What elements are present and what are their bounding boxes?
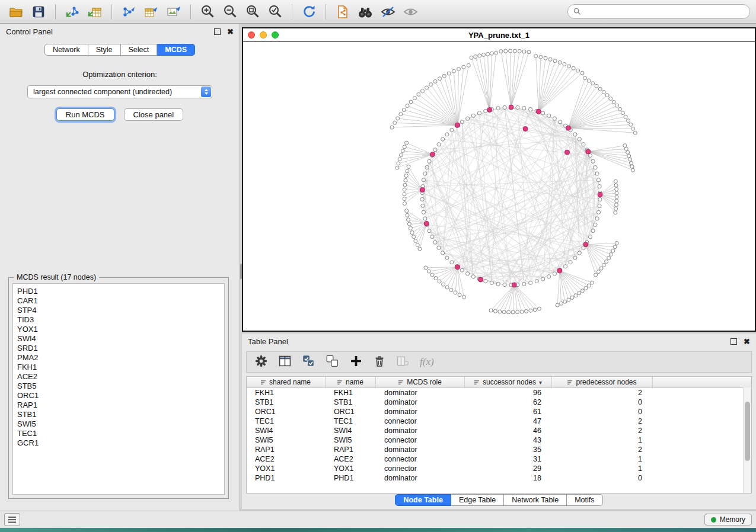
select-all-button[interactable]: [302, 354, 315, 370]
tab-mcds[interactable]: MCDS: [157, 44, 195, 56]
tab-network-table[interactable]: Network Table: [504, 494, 567, 506]
cell-shared[interactable]: ACE2: [247, 455, 326, 463]
column-header-name[interactable]: name: [326, 377, 376, 387]
status-menu-button[interactable]: [4, 513, 20, 526]
cell-pred[interactable]: 1: [552, 436, 653, 444]
column-header-predecessor-nodes[interactable]: predecessor nodes: [552, 377, 653, 387]
save-button[interactable]: [28, 3, 49, 21]
tab-edge-table[interactable]: Edge Table: [451, 494, 504, 506]
table-scrollbar[interactable]: [743, 387, 751, 493]
apply-layout-button[interactable]: [299, 3, 319, 21]
cell-name[interactable]: FKH1: [326, 389, 376, 397]
window-maximize-icon[interactable]: [272, 31, 279, 39]
table-row[interactable]: FKH1FKH1dominator962: [247, 388, 751, 398]
cell-shared[interactable]: ORC1: [247, 408, 326, 416]
cell-succ[interactable]: 62: [465, 398, 552, 406]
cell-role[interactable]: connector: [376, 417, 465, 425]
cell-shared[interactable]: PHD1: [247, 474, 326, 482]
cell-shared[interactable]: STB1: [247, 398, 326, 406]
cell-succ[interactable]: 18: [465, 474, 552, 482]
tab-network[interactable]: Network: [44, 44, 88, 56]
cell-name[interactable]: TEC1: [326, 417, 376, 425]
close-table-panel-icon[interactable]: ✖: [744, 338, 750, 345]
cell-role[interactable]: dominator: [376, 446, 465, 454]
cell-shared[interactable]: SWI5: [247, 436, 326, 444]
table-row[interactable]: ACE2ACE2connector311: [247, 454, 751, 464]
cell-name[interactable]: PHD1: [326, 474, 376, 482]
mcds-result-item[interactable]: SRD1: [17, 344, 224, 353]
column-header-mcds-role[interactable]: MCDS role: [376, 377, 465, 387]
memory-button[interactable]: Memory: [704, 514, 752, 525]
export-table-button[interactable]: [141, 3, 161, 21]
cell-role[interactable]: connector: [376, 436, 465, 444]
mcds-result-item[interactable]: ACE2: [17, 372, 224, 382]
cell-role[interactable]: dominator: [376, 408, 465, 416]
hide-selected-button[interactable]: [378, 3, 398, 21]
tab-style[interactable]: Style: [88, 44, 121, 56]
import-network-button[interactable]: [62, 3, 82, 21]
cell-shared[interactable]: TEC1: [247, 417, 326, 425]
cell-name[interactable]: SWI5: [326, 436, 376, 444]
cell-succ[interactable]: 35: [465, 446, 552, 454]
optimization-select[interactable]: largest connected component (undirected): [27, 85, 212, 98]
column-header-successor-nodes[interactable]: successor nodes ▾: [465, 377, 552, 387]
mcds-result-item[interactable]: TID3: [17, 315, 224, 325]
mcds-result-item[interactable]: YOX1: [17, 325, 224, 334]
show-all-button[interactable]: [400, 3, 420, 21]
table-settings-button[interactable]: [254, 354, 268, 370]
mcds-result-item[interactable]: SWI4: [17, 334, 224, 344]
cell-succ[interactable]: 31: [465, 455, 552, 463]
cell-role[interactable]: dominator: [376, 474, 465, 482]
deselect-all-button[interactable]: [326, 354, 339, 370]
cell-pred[interactable]: 0: [552, 408, 653, 416]
tab-node-table[interactable]: Node Table: [395, 494, 451, 506]
table-row[interactable]: TEC1TEC1connector472: [247, 416, 751, 426]
cell-succ[interactable]: 96: [465, 389, 552, 397]
table-row[interactable]: PHD1PHD1dominator180: [247, 473, 751, 483]
table-row[interactable]: SWI4SWI4dominator462: [247, 426, 751, 435]
add-row-button[interactable]: [349, 354, 363, 370]
mcds-result-item[interactable]: ORC1: [17, 391, 224, 400]
mcds-result-item[interactable]: CAR1: [17, 296, 224, 306]
cell-shared[interactable]: RAP1: [247, 446, 326, 454]
zoom-in-button[interactable]: [197, 3, 218, 21]
cell-succ[interactable]: 29: [465, 464, 552, 473]
cell-role[interactable]: connector: [376, 464, 465, 473]
cell-name[interactable]: STB1: [326, 398, 376, 406]
cell-role[interactable]: dominator: [376, 398, 465, 406]
network-canvas[interactable]: [243, 42, 755, 331]
cell-name[interactable]: ORC1: [326, 408, 376, 416]
table-row[interactable]: ORC1ORC1dominator610: [247, 407, 751, 416]
cell-pred[interactable]: 0: [552, 474, 653, 482]
cell-role[interactable]: connector: [376, 455, 465, 463]
cell-pred[interactable]: 2: [552, 389, 653, 397]
search-network-button[interactable]: [355, 3, 375, 21]
cell-name[interactable]: SWI4: [326, 427, 376, 435]
mcds-result-item[interactable]: SWI5: [17, 419, 224, 429]
close-panel-button[interactable]: Close panel: [124, 108, 184, 121]
cell-shared[interactable]: YOX1: [247, 464, 326, 473]
cell-pred[interactable]: 1: [552, 455, 653, 463]
mcds-result-item[interactable]: TEC1: [17, 429, 224, 438]
table-row[interactable]: YOX1YOX1connector291: [247, 464, 751, 473]
mcds-result-item[interactable]: PMA2: [17, 353, 224, 363]
search-box[interactable]: [567, 4, 750, 19]
cell-pred[interactable]: 2: [552, 427, 653, 435]
table-row[interactable]: RAP1RAP1dominator352: [247, 445, 751, 454]
cell-pred[interactable]: 1: [552, 464, 653, 473]
column-header-shared-name[interactable]: shared name: [247, 377, 326, 387]
mcds-result-item[interactable]: RAP1: [17, 400, 224, 410]
scrollbar-thumb[interactable]: [745, 402, 750, 461]
zoom-fit-button[interactable]: [243, 3, 263, 21]
cell-shared[interactable]: FKH1: [247, 389, 326, 397]
document-share-button[interactable]: [333, 3, 353, 21]
window-minimize-icon[interactable]: [260, 31, 267, 39]
zoom-selected-button[interactable]: [265, 3, 285, 21]
mcds-result-item[interactable]: STB5: [17, 382, 224, 391]
table-row[interactable]: SWI5SWI5connector431: [247, 435, 751, 445]
table-row[interactable]: STB1STB1dominator620: [247, 398, 751, 407]
cell-succ[interactable]: 47: [465, 417, 552, 425]
close-panel-icon[interactable]: ✖: [227, 28, 234, 36]
cell-name[interactable]: YOX1: [326, 464, 376, 473]
mcds-result-item[interactable]: GCR1: [17, 438, 224, 448]
